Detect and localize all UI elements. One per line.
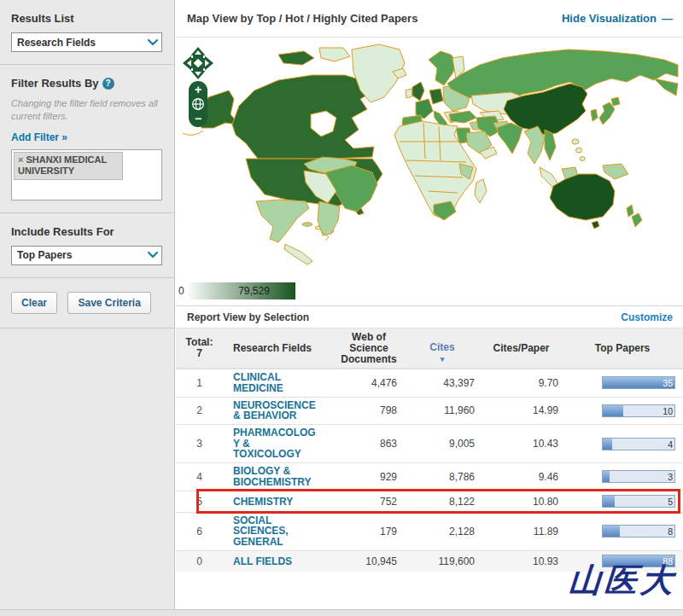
- cites-per-paper-value: 11.89: [481, 526, 562, 538]
- legend-min-value: 0: [178, 285, 184, 297]
- field-link[interactable]: CLINICAL MEDICINE: [223, 372, 283, 393]
- results-list-select[interactable]: Research Fields: [11, 32, 162, 52]
- field-link[interactable]: CHEMISTRY: [223, 497, 293, 508]
- bar-fill: [603, 439, 612, 450]
- map-region-india: [497, 123, 522, 154]
- esi-app: Results List Research Fields Filter Resu…: [0, 0, 683, 616]
- map-region-south-africa: [434, 201, 456, 220]
- filter-section: Filter Results By? Changing the filter f…: [0, 65, 174, 213]
- total-value: 7: [176, 348, 223, 359]
- include-results-select[interactable]: Top Papers: [11, 246, 162, 265]
- cites-per-paper-value: 10.43: [481, 438, 562, 450]
- include-results-heading: Include Results For: [11, 225, 163, 238]
- column-header-top-papers: Top Papers: [562, 343, 683, 354]
- report-view-title: Report View by Selection: [187, 311, 309, 323]
- bar-fill: [603, 405, 623, 416]
- row-rank: 1: [176, 377, 223, 389]
- zoom-out-icon[interactable]: −: [195, 112, 201, 125]
- field-link[interactable]: ALL FIELDS: [223, 556, 292, 567]
- field-link[interactable]: BIOLOGY & BIOCHEMISTRY: [223, 466, 312, 487]
- row-rank: 5: [176, 496, 223, 508]
- top-papers-value: 10: [663, 405, 673, 416]
- table-row: 2 NEUROSCIENCE & BEHAVIOR 798 11,960 14.…: [176, 397, 683, 425]
- zoom-in-icon[interactable]: +: [195, 83, 201, 96]
- map-region-new-zealand: [627, 205, 633, 217]
- bar-fill: [603, 496, 615, 507]
- table-row: 3 PHARMACOLOG Y & TOXICOLOGY 863 9,005 1…: [176, 424, 683, 462]
- cites-value: 8,122: [404, 496, 481, 508]
- row-rank: 2: [176, 404, 223, 416]
- column-header-cites-per-paper: Cites/Paper: [481, 343, 562, 354]
- map-view-title: Map View by Top / Hot / Highly Cited Pap…: [187, 12, 417, 25]
- top-papers-bar: 35: [602, 376, 675, 389]
- docs-value: 179: [334, 526, 404, 538]
- minus-icon: —: [662, 12, 673, 25]
- docs-value: 863: [334, 438, 404, 450]
- report-view-bar: Report View by Selection Customize: [176, 305, 683, 328]
- top-papers-value: 3: [668, 471, 673, 482]
- map-visualization: + −: [176, 38, 683, 305]
- map-region-argentina: [318, 201, 340, 235]
- sort-arrow-icon: ▾: [441, 355, 445, 363]
- hide-visualization-link[interactable]: Hide Visualization—: [562, 12, 673, 25]
- cites-per-paper-value: 10.80: [481, 496, 562, 508]
- cites-value: 43,397: [404, 377, 481, 389]
- map-region-canada: [232, 75, 374, 159]
- include-results-selected-value: Top Papers: [17, 249, 72, 261]
- map-region-uk: [412, 82, 424, 101]
- cites-value: 2,128: [404, 526, 481, 538]
- column-header-documents: Web of Science Documents: [334, 332, 404, 365]
- column-header-cites-sort[interactable]: Cites ▾: [404, 331, 481, 365]
- bar-fill: [603, 526, 620, 537]
- column-header-research-fields: Research Fields: [223, 343, 334, 354]
- top-papers-value: 4: [668, 439, 673, 450]
- top-papers-bar: 3: [602, 470, 675, 483]
- cites-per-paper-value: 10.93: [481, 555, 562, 567]
- chevron-down-icon: [144, 33, 161, 51]
- field-link[interactable]: PHARMACOLOG Y & TOXICOLOGY: [223, 427, 316, 460]
- pan-control-icon[interactable]: [182, 46, 214, 80]
- legend-max-value: 79,529: [238, 285, 270, 297]
- results-list-section: Results List Research Fields: [0, 0, 174, 65]
- table-row: 6 SOCIAL SCIENCES, GENERAL 179 2,128 11.…: [176, 512, 683, 550]
- field-link[interactable]: NEUROSCIENCE & BEHAVIOR: [223, 400, 316, 421]
- row-rank: 0: [176, 555, 223, 567]
- field-link[interactable]: SOCIAL SCIENCES, GENERAL: [223, 515, 289, 548]
- cites-value: 8,786: [404, 471, 481, 483]
- top-papers-bar: 8: [602, 525, 675, 538]
- cites-header-label: Cites: [429, 341, 454, 353]
- include-results-section: Include Results For Top Papers: [0, 213, 174, 278]
- customize-link[interactable]: Customize: [621, 311, 673, 323]
- save-criteria-button[interactable]: Save Criteria: [67, 292, 150, 314]
- row-rank: 6: [176, 526, 223, 538]
- world-map[interactable]: [176, 39, 683, 271]
- map-controls: + −: [182, 46, 214, 128]
- map-header: Map View by Top / Hot / Highly Cited Pap…: [176, 0, 683, 38]
- add-filter-link[interactable]: Add Filter »: [11, 131, 67, 143]
- cites-per-paper-value: 9.70: [481, 377, 562, 389]
- docs-value: 929: [334, 471, 404, 483]
- map-region-madagascar: [475, 179, 487, 203]
- zoom-control[interactable]: + −: [188, 80, 208, 128]
- top-papers-bar: 4: [602, 438, 675, 450]
- top-papers-value: 8: [668, 526, 673, 537]
- docs-value: 798: [334, 404, 404, 416]
- map-region-australia: [550, 174, 615, 220]
- cites-per-paper-value: 14.99: [481, 404, 562, 416]
- clear-button[interactable]: Clear: [11, 292, 57, 314]
- top-papers-bar: 10: [602, 404, 675, 417]
- help-icon[interactable]: ?: [102, 78, 114, 90]
- main-panel: Map View by Top / Hot / Highly Cited Pap…: [176, 0, 683, 616]
- table-row-highlighted: 5 CHEMISTRY 752 8,122 10.80 5: [176, 491, 683, 512]
- top-papers-bar: 5: [602, 495, 675, 508]
- hide-visualization-label: Hide Visualization: [562, 12, 657, 25]
- filter-list-box[interactable]: ×SHANXI MEDICAL UNIVERSITY: [11, 149, 162, 200]
- map-region-korea: [591, 109, 598, 121]
- docs-value: 4,476: [334, 377, 404, 389]
- cites-value: 9,005: [404, 438, 481, 450]
- cites-value: 119,600: [404, 555, 481, 567]
- remove-filter-icon[interactable]: ×: [18, 154, 23, 165]
- cites-per-paper-value: 9.46: [481, 471, 562, 483]
- chevron-down-icon: [144, 247, 161, 264]
- filter-chip: ×SHANXI MEDICAL UNIVERSITY: [14, 152, 123, 181]
